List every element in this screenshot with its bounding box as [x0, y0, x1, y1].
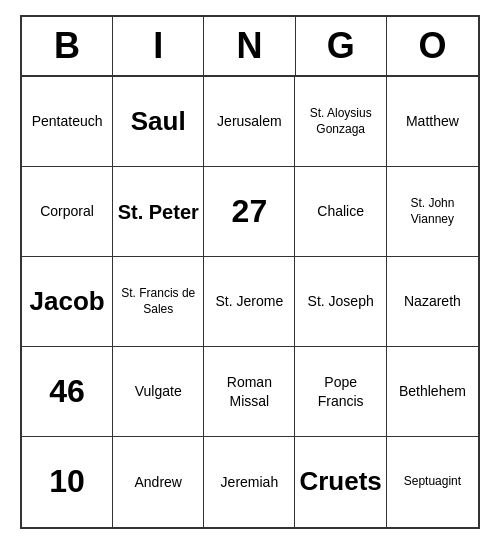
bingo-cell: Vulgate — [113, 347, 204, 437]
bingo-cell: 10 — [22, 437, 113, 527]
header-letter: G — [296, 17, 387, 75]
bingo-header: BINGO — [22, 17, 478, 77]
bingo-cell: St. Jerome — [204, 257, 295, 347]
bingo-cell: St. Aloysius Gonzaga — [295, 77, 386, 167]
header-letter: B — [22, 17, 113, 75]
bingo-cell: Nazareth — [387, 257, 478, 347]
bingo-cell: Septuagint — [387, 437, 478, 527]
bingo-cell: Jacob — [22, 257, 113, 347]
bingo-cell: Corporal — [22, 167, 113, 257]
bingo-cell: St. John Vianney — [387, 167, 478, 257]
bingo-cell: Saul — [113, 77, 204, 167]
bingo-cell: 27 — [204, 167, 295, 257]
bingo-grid: PentateuchSaulJerusalemSt. Aloysius Gonz… — [22, 77, 478, 527]
bingo-cell: Cruets — [295, 437, 386, 527]
bingo-cell: St. Joseph — [295, 257, 386, 347]
bingo-card: BINGO PentateuchSaulJerusalemSt. Aloysiu… — [20, 15, 480, 529]
bingo-cell: Jeremiah — [204, 437, 295, 527]
bingo-cell: Pope Francis — [295, 347, 386, 437]
bingo-cell: Bethlehem — [387, 347, 478, 437]
header-letter: N — [204, 17, 295, 75]
bingo-cell: Pentateuch — [22, 77, 113, 167]
bingo-cell: Chalice — [295, 167, 386, 257]
bingo-cell: Jerusalem — [204, 77, 295, 167]
bingo-cell: Roman Missal — [204, 347, 295, 437]
bingo-cell: St. Francis de Sales — [113, 257, 204, 347]
bingo-cell: St. Peter — [113, 167, 204, 257]
bingo-cell: Matthew — [387, 77, 478, 167]
header-letter: I — [113, 17, 204, 75]
header-letter: O — [387, 17, 478, 75]
bingo-cell: 46 — [22, 347, 113, 437]
bingo-cell: Andrew — [113, 437, 204, 527]
